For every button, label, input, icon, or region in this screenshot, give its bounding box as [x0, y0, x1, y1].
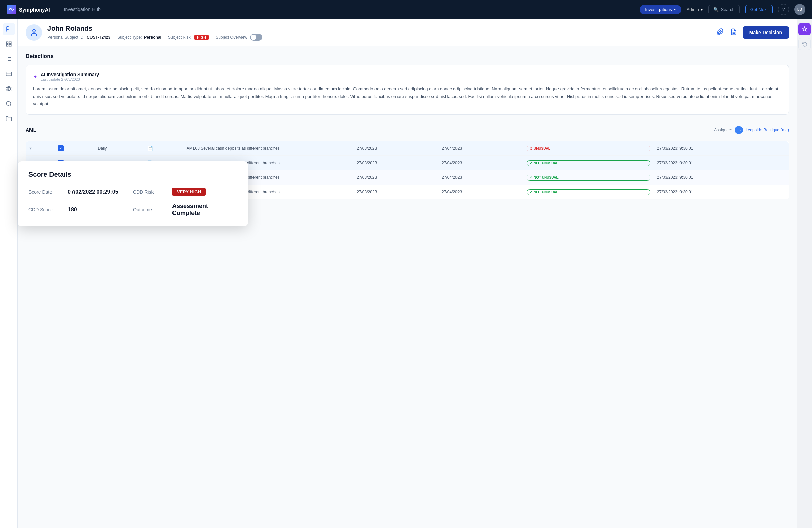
score-popup: Score Details Score Date 07/02/2022 00:2… [18, 161, 248, 226]
subject-risk: Subject Risk: HIGH [168, 35, 209, 40]
assignee-label: Assignee: [714, 128, 732, 132]
sidebar-item-folder[interactable] [3, 112, 15, 125]
subject-type-value: Personal [144, 35, 161, 40]
svg-rect-4 [9, 42, 11, 43]
subject-header: John Rolands Personal Subject ID: CUST-T… [18, 19, 797, 46]
assignee-avatar: LB [735, 126, 743, 134]
cdd-risk-badge: VERY HIGH [172, 188, 206, 196]
row-doc-icon: 📄 [144, 141, 183, 156]
avatar[interactable]: LB [794, 4, 805, 15]
row-checkbox[interactable]: ✓ [58, 145, 64, 151]
get-next-label: Get Next [750, 7, 768, 12]
row-date1: 27/03/2023 [353, 156, 438, 170]
svg-point-17 [32, 29, 35, 32]
help-icon: ? [782, 7, 785, 12]
ai-summary-title: AI Investigation Summary [41, 72, 99, 77]
sidebar-item-grid[interactable] [3, 38, 15, 50]
aml-header: AML Assignee: LB Leopoldo Boutique (me) [26, 122, 789, 138]
check-icon: ✓ [530, 190, 533, 194]
row-status: ✓ NOT UNUSUAL [523, 156, 654, 170]
row-timestamp: 27/03/2023; 9:30:01 [654, 185, 789, 199]
row-timestamp: 27/03/2023; 9:30:01 [654, 156, 789, 170]
subject-overview: Subject Overview [216, 34, 262, 41]
check-icon: ✓ [530, 176, 533, 180]
row-frequency: Daily [95, 141, 144, 156]
assignee-link[interactable]: Leopoldo Boutique (me) [745, 128, 789, 132]
avatar-initials: LB [797, 7, 802, 12]
logo-icon [7, 5, 16, 14]
score-date-label: Score Date [28, 189, 62, 195]
risk-badge: HIGH [194, 34, 209, 40]
ai-summary-text: Lorem ipsum dolor sit amet, consectetur … [33, 85, 782, 108]
admin-nav[interactable]: Admin ▾ [686, 7, 703, 12]
subject-id-value: CUST-T2423 [87, 35, 111, 40]
status-badge: ✓ NOT UNUSUAL [527, 189, 650, 195]
ai-summary-card: ✦ AI Investigation Summary Last update 2… [26, 65, 789, 115]
overview-toggle[interactable] [250, 34, 262, 41]
row-date2: 27/04/2023 [438, 141, 523, 156]
row-status: ✓ NOT UNUSUAL [523, 185, 654, 199]
detections-area: Detections ✦ AI Investigation Summary La… [18, 46, 797, 528]
score-grid: Score Date 07/02/2022 00:29:05 CDD Risk … [28, 188, 237, 217]
history-button[interactable] [798, 38, 811, 50]
assignee-area: Assignee: LB Leopoldo Boutique (me) [714, 126, 789, 134]
get-next-button[interactable]: Get Next [745, 5, 773, 14]
row-date1: 27/03/2023 [353, 170, 438, 185]
cdd-score-row: CDD Score 180 [28, 202, 133, 217]
warning-icon: ⊙ [530, 147, 533, 150]
sidebar-item-bug[interactable] [3, 82, 15, 95]
row-date2: 27/04/2023 [438, 185, 523, 199]
row-status: ✓ NOT UNUSUAL [523, 170, 654, 185]
detections-title: Detections [26, 53, 789, 59]
svg-rect-5 [9, 45, 11, 46]
cdd-risk-label: CDD Risk [133, 189, 167, 195]
row-description: AML08 Several cash deposits as different… [183, 141, 353, 156]
row-expand[interactable]: ▾ [26, 141, 54, 156]
sidebar-item-list[interactable] [3, 53, 15, 65]
make-decision-button[interactable]: Make Decision [742, 26, 789, 39]
row-status: ⊙ UNUSUAL [523, 141, 654, 156]
svg-rect-6 [6, 45, 8, 46]
nav-divider [57, 5, 57, 14]
svg-rect-13 [6, 72, 11, 76]
cdd-risk-row: CDD Risk VERY HIGH [133, 188, 237, 196]
svg-point-1 [13, 9, 14, 10]
hub-title: Investigation Hub [64, 7, 101, 12]
ai-star-icon: ✦ [33, 74, 37, 80]
admin-label: Admin [686, 7, 699, 12]
score-date-value: 07/02/2022 00:29:05 [68, 189, 118, 195]
overview-label: Subject Overview [216, 35, 247, 40]
subject-id-label: Personal Subject ID: CUST-T2423 [47, 35, 111, 40]
right-sidebar [797, 19, 812, 528]
chevron-down-icon: ▾ [700, 7, 703, 12]
ai-assist-button[interactable] [798, 23, 811, 35]
investigations-nav[interactable]: Investigations ▾ [639, 5, 681, 14]
topnav: SymphonyAI Investigation Hub Investigati… [0, 0, 812, 19]
subject-avatar [26, 25, 42, 41]
sidebar-item-search[interactable] [3, 97, 15, 110]
score-date-row: Score Date 07/02/2022 00:29:05 [28, 188, 133, 196]
ai-summary-date: Last update 27/03/2023 [41, 77, 99, 81]
logo-text: SymphonyAI [19, 7, 50, 13]
make-decision-label: Make Decision [749, 30, 782, 35]
check-icon: ✓ [530, 161, 533, 165]
sidebar-item-flag[interactable] [3, 23, 15, 35]
outcome-row: Outcome Assessment Complete [133, 202, 237, 217]
sidebar-item-card[interactable] [3, 68, 15, 80]
svg-rect-3 [6, 42, 8, 43]
help-button[interactable]: ? [778, 4, 789, 15]
svg-point-15 [6, 101, 11, 105]
attach-button[interactable] [715, 27, 725, 38]
row-date2: 27/04/2023 [438, 156, 523, 170]
left-sidebar [0, 19, 18, 528]
subject-meta: Personal Subject ID: CUST-T2423 Subject … [47, 34, 710, 41]
row-date1: 27/03/2023 [353, 141, 438, 156]
subject-info: John Rolands Personal Subject ID: CUST-T… [47, 25, 710, 41]
status-badge: ✓ NOT UNUSUAL [527, 160, 650, 166]
status-badge: ⊙ UNUSUAL [527, 146, 650, 151]
main-container: John Rolands Personal Subject ID: CUST-T… [0, 19, 812, 528]
table-row: ▾ ✓ Daily 📄 AML08 Several cash deposits … [26, 141, 789, 156]
export-button[interactable] [729, 27, 738, 38]
search-button[interactable]: 🔍 Search [708, 5, 740, 14]
ai-summary-header: ✦ AI Investigation Summary Last update 2… [33, 72, 782, 81]
